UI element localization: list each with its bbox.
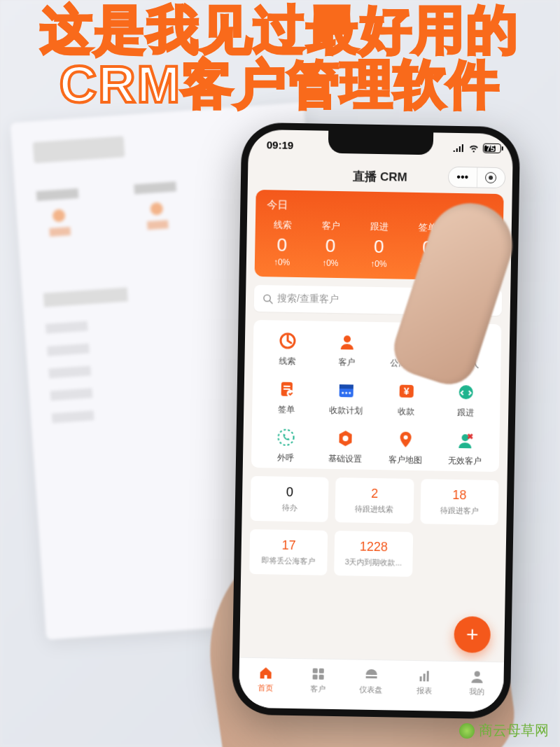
summary-card[interactable]: 17即将丢公海客户 (249, 529, 328, 575)
menu-label: 签单 (278, 404, 295, 416)
menu-label: 线索 (279, 356, 295, 368)
menu-label: 跟进 (457, 407, 474, 419)
status-time: 09:19 (267, 139, 294, 151)
search-placeholder: 搜索/查重客户 (277, 293, 339, 307)
call-icon (275, 426, 297, 448)
summary-card[interactable]: 0待办 (250, 476, 328, 522)
tab-home[interactable]: 首页 (239, 658, 293, 700)
watermark-text: 商云母草网 (479, 721, 549, 740)
svg-point-17 (278, 430, 293, 445)
menu-payment[interactable]: ¥收款 (376, 380, 436, 418)
svg-rect-11 (340, 384, 354, 389)
menu-plan[interactable]: 收款计划 (316, 379, 377, 417)
settings-icon (335, 428, 357, 449)
menu-followup[interactable]: 跟进 (436, 382, 496, 419)
card-label: 即将丢公海客户 (253, 555, 323, 567)
search-icon (262, 293, 273, 304)
menu-call[interactable]: 外呼 (255, 426, 316, 464)
miniprogram-capsule: ••• (448, 167, 506, 188)
plus-icon: + (466, 622, 479, 646)
add-fab-button[interactable]: + (454, 616, 491, 653)
battery-indicator: 75 (482, 144, 494, 153)
stat-change: ↑0% (258, 257, 306, 267)
menu-label: 收款 (398, 406, 414, 418)
capsule-menu-button[interactable]: ••• (449, 167, 477, 188)
menu-customer[interactable]: 客户 (317, 331, 377, 369)
watermark: 商云母草网 (459, 721, 549, 740)
map-pin-icon (395, 428, 416, 450)
svg-rect-30 (419, 676, 421, 681)
followup-icon (456, 382, 477, 403)
card-value: 1228 (339, 539, 409, 555)
signal-icon (453, 144, 464, 152)
stat-value: 0 (258, 234, 307, 256)
order-icon (276, 379, 298, 400)
svg-rect-26 (313, 674, 318, 679)
svg-point-3 (344, 335, 351, 342)
svg-text:¥: ¥ (403, 386, 409, 397)
menu-leads[interactable]: 线索 (257, 330, 317, 368)
circle-icon (485, 172, 496, 183)
stat-change: ↑0% (354, 258, 402, 269)
plan-icon (336, 379, 358, 401)
stat-label: 线索 (258, 218, 307, 232)
card-label: 待跟进线索 (340, 503, 410, 515)
menu-map-pin[interactable]: 客户地图 (375, 428, 435, 466)
stat-线索[interactable]: 线索0↑0% (258, 218, 307, 267)
stat-value: 0 (306, 235, 355, 257)
svg-rect-32 (426, 671, 428, 681)
menu-label: 基础设置 (328, 453, 362, 466)
stat-跟进[interactable]: 跟进0↑0% (354, 220, 403, 269)
menu-label: 外呼 (277, 452, 294, 464)
svg-rect-27 (319, 674, 324, 679)
leads-icon (276, 330, 298, 352)
tab-report[interactable]: 报表 (398, 661, 451, 703)
card-label: 待办 (255, 502, 325, 514)
menu-order[interactable]: 签单 (256, 378, 316, 416)
payment-icon: ¥ (396, 380, 417, 402)
svg-rect-24 (313, 668, 318, 673)
home-icon (258, 665, 273, 680)
capsule-close-button[interactable] (477, 167, 505, 188)
svg-rect-29 (366, 676, 377, 678)
tab-label: 客户 (311, 683, 326, 694)
invalid-icon (455, 430, 477, 452)
menu-label: 收款计划 (329, 405, 363, 417)
dashboard-icon (363, 666, 379, 682)
tab-dashboard[interactable]: 仪表盘 (344, 659, 398, 701)
card-value: 18 (425, 487, 495, 503)
stat-客户[interactable]: 客户0↑0% (306, 219, 355, 268)
svg-line-1 (270, 300, 272, 303)
summary-card[interactable]: 12283天内到期收款... (334, 531, 412, 577)
menu-label: 客户 (339, 356, 356, 368)
svg-rect-25 (319, 668, 324, 673)
customer-icon (337, 331, 358, 353)
card-value: 0 (255, 484, 325, 501)
phone-notch (328, 131, 434, 155)
summary-card[interactable]: 2待跟进线索 (335, 477, 414, 524)
bottom-tabbar: 首页客户仪表盘报表我的 (239, 657, 504, 713)
tab-customers[interactable]: 客户 (292, 659, 346, 701)
menu-settings[interactable]: 基础设置 (315, 428, 375, 466)
customers-icon (311, 666, 326, 681)
tab-profile[interactable]: 我的 (450, 662, 504, 704)
tab-label: 仪表盘 (360, 684, 383, 695)
svg-point-33 (475, 671, 480, 676)
card-label: 3天内到期收款... (339, 557, 409, 568)
menu-invalid[interactable]: 无效客户 (435, 429, 495, 467)
tab-label: 首页 (258, 683, 273, 693)
stat-value: 0 (354, 235, 403, 258)
card-label: 待跟进客户 (424, 505, 494, 517)
card-value: 17 (254, 538, 324, 554)
card-value: 2 (340, 486, 410, 502)
stat-change: ↑0% (306, 258, 354, 268)
svg-rect-31 (423, 673, 425, 681)
watermark-icon (459, 723, 475, 739)
summary-card[interactable]: 18待跟进客户 (420, 479, 498, 525)
tab-label: 报表 (416, 685, 432, 696)
app-header: 直播 CRM ••• (248, 159, 513, 195)
menu-label: 客户地图 (388, 454, 422, 466)
summary-cards-row2: 17即将丢公海客户12283天内到期收款... (249, 529, 498, 578)
menu-label: 无效客户 (448, 455, 482, 468)
stat-label: 跟进 (355, 220, 404, 233)
